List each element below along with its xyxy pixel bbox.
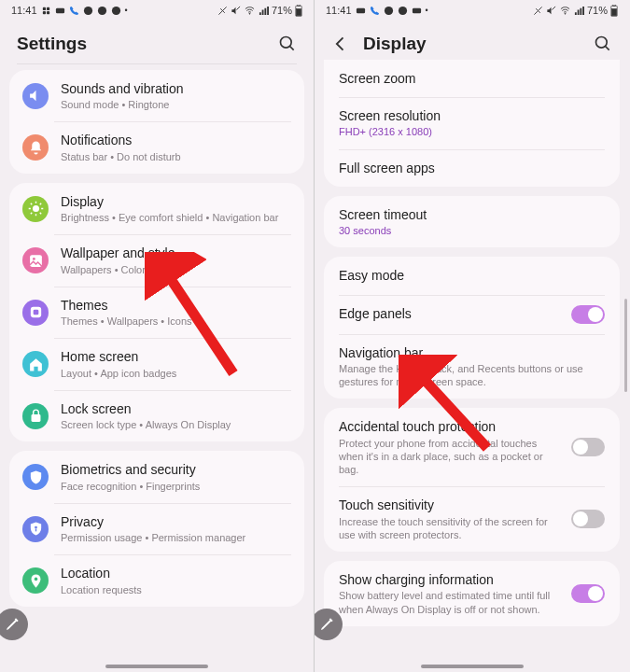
svg-line-38 — [552, 6, 555, 9]
row-title: Display — [61, 193, 291, 210]
row-subtitle: Permission usage • Permission manager — [61, 531, 291, 544]
settings-row-sounds-and-vibration[interactable]: Sounds and vibrationSound mode • Rington… — [9, 70, 304, 121]
settings-row-notifications[interactable]: NotificationsStatus bar • Do not disturb — [9, 121, 304, 173]
display-group: Accidental touch protectionProtect your … — [324, 408, 620, 552]
row-title: Screen resolution — [339, 107, 605, 124]
settings-row-display[interactable]: DisplayBrightness • Eye comfort shield •… — [9, 183, 304, 234]
scrollbar[interactable] — [624, 299, 627, 392]
svg-point-29 — [35, 526, 37, 529]
location-icon — [22, 567, 49, 594]
settings-row-home-screen[interactable]: Home screenLayout • App icon badges — [9, 338, 304, 389]
svg-rect-27 — [33, 310, 38, 315]
search-icon[interactable] — [594, 35, 612, 53]
phone-left-settings: 11:41 • 71% Settings Sounds — [0, 0, 315, 672]
battery-icon — [610, 5, 618, 17]
phone-icon — [370, 6, 380, 16]
youtube-icon — [55, 6, 65, 16]
row-title: Privacy — [61, 513, 291, 530]
toggle-accidental-touch-protection[interactable] — [571, 438, 605, 456]
row-title: Location — [61, 565, 291, 581]
settings-row-privacy[interactable]: PrivacyPermission usage • Permission man… — [9, 503, 304, 554]
status-bar: 11:41 • 71% — [315, 0, 629, 21]
display-row-screen-resolution[interactable]: Screen resolutionFHD+ (2316 x 1080) — [324, 97, 620, 148]
display-row-accidental-touch-protection[interactable]: Accidental touch protectionProtect your … — [324, 408, 620, 486]
svg-line-20 — [30, 203, 31, 204]
svg-line-23 — [39, 203, 40, 204]
facebook-icon — [398, 6, 408, 16]
row-subtitle: Wallpapers • Color palette — [61, 263, 291, 276]
battery-percent: 71% — [272, 5, 292, 16]
nav-handle[interactable] — [421, 665, 524, 668]
row-title: Home screen — [61, 348, 291, 365]
svg-line-8 — [236, 6, 240, 9]
svg-rect-2 — [42, 10, 45, 13]
row-title: Full screen apps — [339, 160, 605, 176]
toggle-show-charging-information[interactable] — [571, 584, 605, 603]
battery-percent: 71% — [587, 5, 608, 16]
display-group: Screen zoomScreen resolutionFHD+ (2316 x… — [324, 60, 620, 187]
toggle-edge-panels[interactable] — [571, 305, 605, 324]
svg-rect-12 — [296, 8, 301, 15]
nav-handle[interactable] — [105, 665, 208, 668]
row-subtitle: Manage the Home, Back, and Recents butto… — [339, 362, 605, 389]
svg-point-35 — [384, 6, 392, 14]
toggle-touch-sensitivity[interactable] — [571, 510, 605, 528]
display-row-show-charging-information[interactable]: Show charging informationShow battery le… — [324, 561, 620, 626]
back-icon[interactable] — [331, 35, 350, 53]
youtube-icon — [356, 6, 366, 16]
settings-group: Biometrics and securityFace recognition … — [9, 451, 304, 606]
settings-row-biometrics-and-security[interactable]: Biometrics and securityFace recognition … — [9, 451, 304, 502]
row-title: Sounds and vibration — [61, 80, 291, 97]
svg-point-13 — [281, 37, 292, 49]
row-subtitle: Protect your phone from accidental touch… — [339, 437, 562, 477]
row-subtitle: Brightness • Eye comfort shield • Naviga… — [61, 211, 291, 224]
row-title: Notifications — [61, 132, 291, 148]
display-row-edge-panels[interactable]: Edge panels — [324, 295, 620, 334]
row-title: Lock screen — [61, 400, 291, 417]
svg-rect-41 — [613, 5, 616, 6]
display-row-screen-zoom[interactable]: Screen zoom — [324, 60, 620, 97]
svg-point-7 — [111, 6, 119, 14]
svg-point-43 — [596, 37, 608, 49]
svg-rect-4 — [55, 7, 63, 13]
settings-row-lock-screen[interactable]: Lock screenScreen lock type • Always On … — [9, 390, 304, 441]
settings-header: Settings — [0, 21, 314, 63]
settings-row-location[interactable]: LocationLocation requests — [9, 554, 304, 606]
display-row-full-screen-apps[interactable]: Full screen apps — [324, 149, 620, 187]
display-group: Screen timeout30 seconds — [324, 196, 620, 247]
wifi-icon — [559, 6, 571, 16]
edit-fab[interactable] — [0, 609, 28, 640]
row-title: Accidental touch protection — [339, 418, 562, 435]
sound-icon — [22, 83, 49, 109]
svg-point-15 — [32, 205, 38, 212]
row-subtitle: Sound mode • Ringtone — [61, 98, 291, 111]
facebook-icon — [111, 6, 121, 16]
svg-rect-30 — [35, 529, 35, 532]
lock-icon — [22, 403, 49, 429]
svg-point-5 — [83, 6, 91, 14]
row-subtitle: 30 seconds — [339, 224, 605, 237]
display-row-easy-mode[interactable]: Easy mode — [324, 257, 620, 294]
settings-group: DisplayBrightness • Eye comfort shield •… — [9, 183, 304, 441]
phone-icon — [69, 6, 79, 16]
home-icon — [22, 351, 49, 377]
settings-row-themes[interactable]: ThemesThemes • Wallpapers • Icons — [9, 287, 304, 338]
settings-row-wallpaper-and-style[interactable]: Wallpaper and styleWallpapers • Color pa… — [9, 234, 304, 286]
display-row-screen-timeout[interactable]: Screen timeout30 seconds — [324, 196, 620, 247]
search-icon[interactable] — [278, 35, 297, 53]
svg-rect-37 — [412, 7, 420, 13]
row-subtitle: Show battery level and estimated time un… — [339, 589, 562, 616]
row-title: Touch sensitivity — [339, 497, 562, 513]
facebook-icon — [384, 6, 394, 16]
slack-icon — [41, 6, 51, 16]
row-title: Screen timeout — [339, 206, 605, 223]
row-title: Navigation bar — [339, 344, 605, 361]
page-title: Settings — [17, 34, 87, 54]
row-title: Screen zoom — [339, 70, 605, 87]
status-bar: 11:41 • 71% — [0, 0, 314, 21]
status-time: 11:41 — [326, 5, 352, 16]
svg-line-14 — [290, 47, 294, 50]
display-row-navigation-bar[interactable]: Navigation barManage the Home, Back, and… — [324, 334, 620, 399]
display-row-touch-sensitivity[interactable]: Touch sensitivityIncrease the touch sens… — [324, 486, 620, 552]
status-time: 11:41 — [11, 5, 37, 16]
